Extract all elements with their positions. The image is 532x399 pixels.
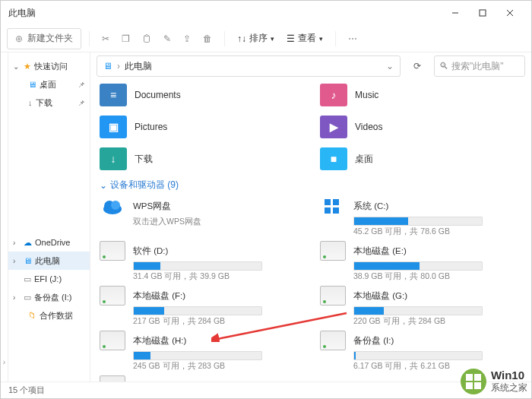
- folder-item[interactable]: ↓下载: [100, 145, 302, 173]
- devices-header-label: 设备和驱动器 (9): [110, 179, 179, 192]
- chevron-right-icon: ›: [13, 239, 21, 247]
- sidebar-downloads[interactable]: ↓ 下载 📌︎: [8, 93, 90, 112]
- sidebar-backup[interactable]: › ▭ 备份盘 (I:): [8, 288, 90, 306]
- refresh-button[interactable]: ⟳: [407, 55, 428, 77]
- sort-icon: ↑↓: [237, 33, 246, 44]
- view-button[interactable]: ☰ 查看 ▾: [282, 32, 328, 45]
- new-folder-button[interactable]: ⊕ 新建文件夹: [7, 28, 81, 49]
- window-title: 此电脑: [8, 7, 36, 20]
- drive-info: 245 GB 可用，共 283 GB: [133, 361, 302, 372]
- sort-button[interactable]: ↑↓ 排序 ▾: [233, 32, 279, 45]
- drive-info: 45.2 GB 可用，共 78.6 GB: [353, 226, 522, 237]
- copy-icon: ❐: [122, 33, 130, 44]
- watermark: Win10 系统之家: [461, 369, 527, 394]
- star-icon: ★: [24, 62, 31, 71]
- more-icon: ⋯: [348, 33, 357, 44]
- folder-icon: ■: [320, 147, 347, 170]
- drive-item[interactable]: 本地磁盘 (F:)217 GB 可用，共 284 GB: [100, 284, 302, 328]
- svg-point-6: [111, 201, 120, 210]
- more-button[interactable]: ⋯: [344, 28, 362, 49]
- close-button[interactable]: [496, 2, 524, 24]
- disk-drive-icon: [100, 241, 125, 261]
- sidebar-desktop[interactable]: 🖥︎ 桌面 📌︎: [8, 75, 90, 93]
- drive-subtitle: 双击进入WPS网盘: [133, 217, 302, 227]
- drive-name: 本地磁盘 (G:): [353, 290, 407, 302]
- drive-item[interactable]: 本地磁盘 (E:)38.9 GB 可用，共 80.0 GB: [320, 239, 522, 283]
- folder-icon: ↓: [100, 147, 127, 170]
- breadcrumb-sep: ›: [117, 61, 120, 71]
- svg-rect-7: [325, 199, 331, 205]
- refresh-icon: ⟳: [413, 61, 421, 71]
- sidebar-coop-data[interactable]: 📁︎ 合作数据: [8, 306, 90, 325]
- cut-button[interactable]: ✂: [97, 28, 114, 49]
- address-bar[interactable]: 🖥︎ › 此电脑 ⌄: [97, 55, 401, 77]
- folder-item[interactable]: ≡Documents: [100, 81, 302, 109]
- delete-button[interactable]: 🗑︎: [198, 28, 217, 49]
- search-input[interactable]: 🔍︎ 搜索"此电脑": [434, 55, 525, 77]
- capacity-bar: [133, 261, 262, 271]
- folder-icon: 📁︎: [28, 311, 36, 320]
- drive-item[interactable]: EFI (J:)109 MB 可用，共 449 MB: [100, 374, 302, 382]
- chevron-right-icon: ›: [3, 358, 5, 366]
- search-placeholder: 搜索"此电脑": [451, 60, 504, 73]
- sidebar-label: EFI (J:): [34, 274, 62, 283]
- share-button[interactable]: ⇪: [179, 28, 195, 49]
- system-drive-icon: [320, 196, 346, 216]
- download-icon: ↓: [28, 98, 33, 107]
- drive-item[interactable]: 本地磁盘 (H:)245 GB 可用，共 283 GB: [100, 329, 302, 372]
- sidebar-label: 下载: [36, 97, 52, 109]
- share-icon: ⇪: [183, 33, 191, 44]
- rename-button[interactable]: ✎: [159, 28, 176, 49]
- capacity-bar: [353, 217, 483, 226]
- new-folder-label: 新建文件夹: [27, 32, 73, 45]
- sidebar-efi[interactable]: ▭ EFI (J:): [8, 270, 90, 288]
- sidebar-onedrive[interactable]: › ☁ OneDrive: [8, 233, 90, 252]
- monitor-icon: 🖥︎: [103, 61, 112, 71]
- devices-header[interactable]: ⌄ 设备和驱动器 (9): [100, 179, 522, 192]
- disk-drive-icon: [320, 331, 346, 350]
- drive-item[interactable]: 本地磁盘 (G:)220 GB 可用，共 284 GB: [320, 284, 522, 328]
- folder-icon: ▶: [320, 116, 347, 138]
- drive-item[interactable]: WPS网盘双击进入WPS网盘: [100, 195, 302, 238]
- watermark-line1: Win10: [491, 369, 527, 382]
- drive-info: 217 GB 可用，共 284 GB: [133, 316, 302, 327]
- separator: [224, 31, 225, 46]
- folder-icon: ≡: [100, 84, 127, 106]
- paste-button[interactable]: 📋︎: [138, 28, 156, 49]
- drive-item[interactable]: 软件 (D:)31.4 GB 可用，共 39.9 GB: [100, 239, 302, 283]
- drive-icon: ▭: [24, 293, 31, 302]
- chevron-down-icon: ⌄: [13, 62, 21, 71]
- drive-name: WPS网盘: [133, 201, 171, 212]
- watermark-line2: 系统之家: [491, 382, 527, 394]
- disk-drive-icon: [100, 331, 125, 350]
- sidebar-label: 合作数据: [40, 310, 73, 321]
- folder-label: 下载: [135, 153, 153, 166]
- capacity-bar: [133, 306, 262, 315]
- pin-icon: 📌︎: [78, 81, 85, 89]
- drive-name: 备份盘 (I:): [353, 335, 394, 347]
- folder-label: Pictures: [135, 122, 167, 132]
- folder-item[interactable]: ■桌面: [320, 145, 522, 173]
- svg-rect-10: [333, 207, 339, 214]
- folders-grid: ≡Documents♪Music▣Pictures▶Videos↓下载■桌面: [100, 81, 522, 173]
- copy-button[interactable]: ❐: [117, 28, 135, 49]
- content-body: ≡Documents♪Music▣Pictures▶Videos↓下载■桌面 ⌄…: [90, 80, 531, 382]
- pin-icon: 📌︎: [78, 99, 85, 107]
- drive-item[interactable]: 系统 (C:)45.2 GB 可用，共 78.6 GB: [320, 195, 522, 238]
- folder-item[interactable]: ▶Videos: [320, 113, 522, 141]
- drive-item[interactable]: 备份盘 (I:)6.17 GB 可用，共 6.21 GB: [320, 329, 522, 372]
- folder-item[interactable]: ♪Music: [320, 81, 522, 109]
- cloud-drive-icon: [100, 196, 125, 216]
- svg-rect-1: [480, 10, 486, 16]
- svg-rect-9: [325, 207, 331, 214]
- monitor-icon: 🖥︎: [24, 256, 32, 265]
- chevron-right-icon: ›: [13, 293, 21, 302]
- sidebar-quick-access[interactable]: ⌄ ★ 快速访问: [8, 57, 90, 75]
- content-pane: 🖥︎ › 此电脑 ⌄ ⟳ 🔍︎ 搜索"此电脑" ≡Documents♪Music…: [90, 52, 531, 382]
- maximize-button[interactable]: [469, 2, 496, 24]
- drive-info: 220 GB 可用，共 284 GB: [353, 316, 522, 327]
- minimize-button[interactable]: [442, 2, 469, 24]
- folder-item[interactable]: ▣Pictures: [100, 113, 302, 141]
- sidebar-this-pc[interactable]: › 🖥︎ 此电脑: [8, 252, 90, 270]
- trash-icon: 🗑︎: [203, 33, 212, 44]
